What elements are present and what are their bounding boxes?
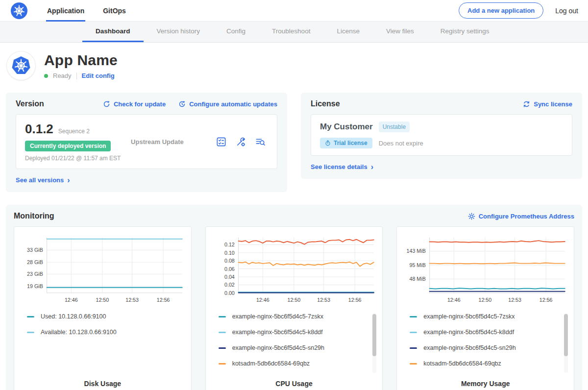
cpu-usage-legend: example-nginx-5bc6f5d4c5-7zskxexample-ng… (212, 313, 377, 378)
tab-dashboard[interactable]: Dashboard (82, 22, 144, 42)
svg-text:48 MiB: 48 MiB (410, 276, 426, 282)
expiry-text: Does not expire (379, 140, 423, 147)
page: Application GitOps Add a new application… (0, 0, 588, 390)
top-nav: Application GitOps Add a new application… (0, 0, 588, 22)
legend-label: Used: 10.128.0.66:9100 (41, 313, 106, 320)
svg-text:95 MiB: 95 MiB (410, 262, 426, 268)
tab-registry-settings[interactable]: Registry settings (427, 22, 503, 42)
status-text: Ready (53, 72, 72, 79)
cpu-usage-chart-card: 0.000.020.040.060.080.100.1212:4612:5012… (205, 226, 383, 390)
chart-title: CPU Usage (212, 380, 377, 388)
sync-license-link[interactable]: Sync license (523, 100, 572, 108)
svg-text:28 GiB: 28 GiB (27, 259, 43, 265)
legend-swatch-icon (27, 332, 34, 333)
deployed-badge: Currently deployed version (25, 141, 111, 151)
svg-text:12:56: 12:56 (157, 297, 170, 303)
chart-title: Disk Usage (20, 380, 185, 388)
license-card: License Sync license My Customer Unstabl… (301, 93, 582, 179)
legend-swatch-icon (219, 316, 226, 317)
legend-item: example-nginx-5bc6f5d4c5-sn29h (410, 344, 568, 351)
svg-text:23 GiB: 23 GiB (27, 271, 43, 277)
edit-config-link[interactable]: Edit config (82, 72, 115, 79)
trial-license-badge: Trial license (320, 138, 372, 148)
legend-swatch-icon (219, 363, 226, 365)
svg-text:0.02: 0.02 (224, 282, 235, 288)
divider (76, 73, 77, 79)
version-number: 0.1.2 (25, 122, 53, 137)
legend-label: example-nginx-5bc6f5d4c5-k8ddf (423, 329, 514, 336)
svg-text:12:53: 12:53 (125, 297, 139, 303)
app-header: App Name Ready Edit config (0, 43, 588, 90)
chart-title: Memory Usage (403, 380, 568, 388)
memory-usage-legend: example-nginx-5bc6f5d4c5-7zskxexample-ng… (403, 313, 568, 378)
svg-text:12:56: 12:56 (348, 297, 361, 303)
svg-text:0.12: 0.12 (224, 242, 235, 247)
cpu-usage-chart: 0.000.020.040.060.080.100.1212:4612:5012… (212, 233, 377, 306)
tab-license[interactable]: License (323, 22, 373, 42)
tab-bar: DashboardVersion historyConfigTroublesho… (0, 22, 588, 43)
memory-usage-chart-card: 48 MiB95 MiB143 MiB12:4612:5012:5312:56 … (396, 226, 574, 390)
legend-swatch-icon (219, 332, 226, 333)
legend-swatch-icon (410, 347, 417, 349)
legend-item: example-nginx-5bc6f5d4c5-k8ddf (219, 329, 377, 336)
tab-config[interactable]: Config (213, 22, 259, 42)
legend-label: example-nginx-5bc6f5d4c5-sn29h (232, 344, 324, 351)
svg-text:12:46: 12:46 (65, 297, 78, 303)
see-all-versions-link[interactable]: See all versions› (16, 176, 70, 184)
license-panel: My Customer Unstable Trial license Does … (311, 114, 572, 156)
disk-usage-chart: 19 GiB23 GiB28 GiB33 GiB12:4612:5012:531… (20, 233, 185, 306)
wrench-config-icon[interactable] (235, 136, 246, 147)
svg-text:33 GiB: 33 GiB (27, 247, 43, 253)
license-card-title: License (311, 99, 340, 108)
memory-usage-chart: 48 MiB95 MiB143 MiB12:4612:5012:5312:56 (403, 233, 568, 306)
gear-icon (468, 213, 475, 220)
disk-usage-chart-card: 19 GiB23 GiB28 GiB33 GiB12:4612:5012:531… (14, 226, 192, 390)
sync-icon (523, 100, 530, 108)
monitoring-title: Monitoring (14, 212, 54, 220)
legend-label: example-nginx-5bc6f5d4c5-7zskx (232, 313, 323, 320)
legend-swatch-icon (27, 316, 34, 317)
configure-prometheus-link[interactable]: Configure Prometheus Address (468, 213, 574, 220)
version-card: Version Check for update (6, 93, 287, 192)
check-for-update-link[interactable]: Check for update (103, 100, 166, 108)
svg-text:0.08: 0.08 (224, 258, 235, 264)
chevron-right-icon: › (67, 176, 70, 184)
tab-version-history[interactable]: Version history (144, 22, 214, 42)
upstream-update-label: Upstream Update (131, 138, 216, 146)
logout-button[interactable]: Log out (555, 7, 578, 15)
svg-text:0.06: 0.06 (224, 266, 235, 272)
clock-refresh-icon (178, 100, 186, 108)
monitoring-section: Monitoring Configure Prometheus Address … (6, 205, 582, 390)
sequence-label: Sequence 2 (58, 128, 90, 135)
legend-scrollbar-thumb[interactable] (372, 314, 376, 356)
deployed-timestamp: Deployed 01/21/22 @ 11:57 am EST (25, 155, 131, 162)
see-license-details-link[interactable]: See license details› (311, 163, 373, 171)
preflight-checks-icon[interactable] (216, 136, 227, 147)
legend-item: example-nginx-5bc6f5d4c5-k8ddf (410, 329, 568, 336)
add-application-button[interactable]: Add a new application (459, 2, 543, 19)
svg-text:0.00: 0.00 (224, 290, 235, 296)
legend-scrollbar-track (564, 313, 568, 373)
nav-item-application[interactable]: Application (46, 0, 85, 22)
legend-swatch-icon (410, 316, 417, 317)
tab-troubleshoot[interactable]: Troubleshoot (259, 22, 323, 42)
view-logs-icon[interactable] (255, 136, 266, 147)
stopwatch-icon (325, 140, 331, 146)
version-card-title: Version (16, 99, 44, 108)
svg-text:143 MiB: 143 MiB (407, 248, 426, 254)
legend-label: kotsadm-5db6dc6584-69qbz (423, 360, 501, 367)
svg-text:19 GiB: 19 GiB (27, 283, 43, 289)
legend-label: example-nginx-5bc6f5d4c5-sn29h (423, 344, 515, 351)
nav-item-gitops[interactable]: GitOps (102, 0, 127, 22)
svg-text:12:50: 12:50 (479, 297, 492, 303)
kubernetes-logo-icon (11, 2, 27, 19)
tab-view-files[interactable]: View files (373, 22, 427, 42)
legend-item: kotsadm-5db6dc6584-69qbz (410, 360, 568, 367)
customer-name: My Customer (320, 122, 373, 132)
refresh-icon (103, 100, 110, 108)
legend-item: kotsadm-5db6dc6584-69qbz (219, 360, 377, 367)
configure-automatic-updates-link[interactable]: Configure automatic updates (178, 100, 277, 108)
legend-scrollbar-thumb[interactable] (564, 314, 568, 356)
svg-text:12:53: 12:53 (317, 297, 330, 303)
chevron-right-icon: › (371, 163, 373, 171)
